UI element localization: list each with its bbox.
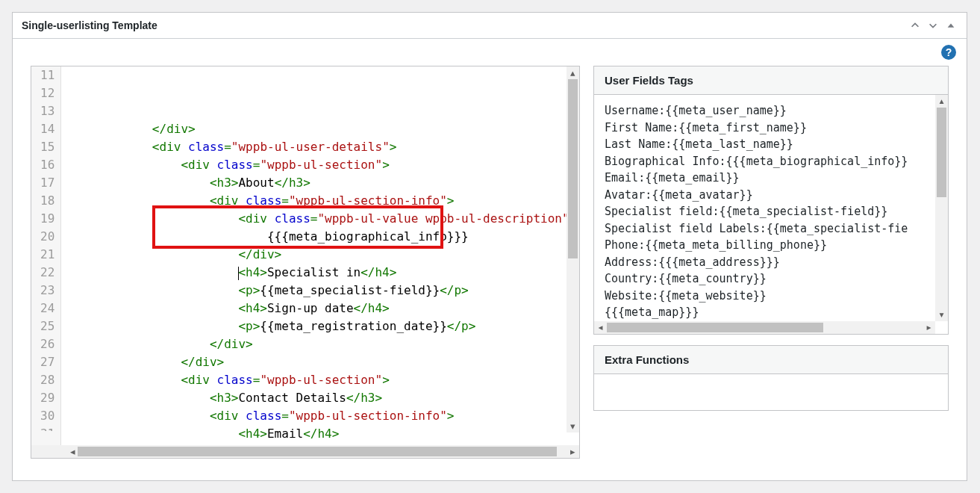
field-tag-item[interactable]: Specialist field Labels:{{meta_specialis… [605, 220, 948, 238]
extra-functions-box: Extra Functions [593, 345, 949, 411]
extra-functions-title: Extra Functions [594, 346, 948, 374]
editor-inner: 1112131415161718192021222324252627282930… [31, 66, 579, 445]
line-number: 19 [40, 210, 54, 228]
line-gutter: 1112131415161718192021222324252627282930… [31, 66, 61, 445]
scroll-down-arrow[interactable]: ▾ [567, 420, 579, 432]
line-number: 24 [40, 300, 54, 317]
sidebar: User Fields Tags Username:{{meta_user_na… [593, 66, 949, 459]
vscroll-thumb[interactable] [937, 108, 946, 197]
code-line[interactable]: </div> [66, 120, 579, 138]
field-tag-item[interactable]: Email:{{meta_email}} [605, 170, 948, 187]
panel-body: ? 11121314151617181920212223242526272829… [13, 39, 967, 477]
code-line[interactable]: <p>{{meta_registration_date}}</p> [66, 317, 579, 335]
line-number: 14 [40, 120, 54, 138]
move-up-icon[interactable] [908, 19, 922, 32]
scroll-right-arrow[interactable]: ▸ [923, 321, 935, 334]
code-line[interactable]: <div class="wppb-ul-section-info"> [66, 407, 579, 425]
code-line[interactable]: <div class="wppb-ul-value wppb-ul-descri… [66, 210, 579, 228]
panel-header-actions [908, 19, 958, 32]
editor-scroll: 1112131415161718192021222324252627282930… [31, 66, 579, 445]
field-tag-item[interactable]: Specialist field:{{meta_specialist-field… [605, 203, 948, 220]
panel-header: Single-userlisting Template [13, 13, 967, 39]
line-number: 13 [40, 102, 54, 120]
line-number: 29 [40, 389, 54, 407]
line-number: 30 [40, 407, 54, 425]
collapse-icon[interactable] [944, 19, 958, 32]
line-number: 26 [40, 335, 54, 353]
code-line[interactable]: <h3>About</h3> [66, 174, 579, 192]
user-fields-title: User Fields Tags [594, 66, 948, 95]
field-tag-item[interactable]: First Name:{{meta_first_name}} [605, 120, 948, 137]
scroll-up-arrow[interactable]: ▴ [567, 66, 579, 79]
line-number: 27 [40, 353, 54, 371]
line-number: 16 [40, 156, 54, 174]
field-tag-item[interactable]: Phone:{{meta_meta_billing_phone}} [605, 237, 948, 254]
code-line[interactable]: {{{meta_biographical_info}}} [66, 228, 579, 246]
field-tag-item[interactable]: Username:{{meta_user_name}} [605, 102, 948, 120]
code-line[interactable]: <h3>Contact Details</h3> [66, 389, 579, 407]
code-line[interactable]: <h4>Sign-up date</h4> [66, 300, 579, 317]
line-number: 17 [40, 174, 54, 192]
content-row: 1112131415161718192021222324252627282930… [13, 39, 967, 477]
field-tag-item[interactable]: Avatar:{{meta_avatar}} [605, 187, 948, 204]
code-line[interactable]: <h4>Email</h4> [66, 425, 579, 443]
code-line[interactable]: <div class="wppb-ul-section"> [66, 371, 579, 389]
help-icon[interactable]: ? [941, 45, 956, 60]
hscroll-thumb[interactable] [78, 447, 557, 456]
line-number: 15 [40, 138, 54, 156]
line-number: 25 [40, 317, 54, 335]
scroll-right-arrow[interactable]: ▸ [567, 445, 579, 458]
extra-functions-body [594, 374, 948, 410]
line-number: 28 [40, 371, 54, 389]
user-fields-list[interactable]: Username:{{meta_user_name}}First Name:{{… [594, 95, 948, 334]
code-line[interactable]: <h4>Specialist in</h4> [66, 264, 579, 282]
line-number: 12 [40, 84, 54, 102]
code-line[interactable]: <div class="wppb-ul-user-details"> [66, 138, 579, 156]
hscroll-thumb[interactable] [607, 323, 823, 332]
field-tag-item[interactable]: Website:{{meta_website}} [605, 288, 948, 305]
code-line[interactable]: </div> [66, 353, 579, 371]
sidebar-hscrollbar[interactable]: ◂ ▸ [594, 321, 935, 334]
code-line[interactable]: <div class="wppb-ul-section-info"> [66, 192, 579, 210]
field-tag-item[interactable]: Address:{{{meta_address}}} [605, 254, 948, 271]
code-line[interactable]: <div class="wppb-ul-section"> [66, 156, 579, 174]
code-area[interactable]: </div> <div class="wppb-ul-user-details"… [61, 66, 579, 445]
line-number: 23 [40, 282, 54, 300]
panel-title: Single-userlisting Template [22, 19, 157, 31]
line-number: 18 [40, 192, 54, 210]
line-number: 11 [40, 66, 54, 84]
code-line[interactable]: <p>{{meta_specialist-field}}</p> [66, 282, 579, 300]
template-panel: Single-userlisting Template ? 1112131415… [12, 12, 967, 481]
field-tag-item[interactable]: {{{meta_map}}} [605, 304, 948, 321]
move-down-icon[interactable] [926, 19, 940, 32]
code-editor[interactable]: 1112131415161718192021222324252627282930… [31, 66, 580, 459]
code-line[interactable]: </div> [66, 335, 579, 353]
editor-hscrollbar[interactable]: ◂ ▸ [31, 445, 579, 458]
scroll-down-arrow[interactable]: ▾ [935, 308, 948, 321]
line-number: 22 [40, 264, 54, 282]
code-line[interactable]: </div> [66, 246, 579, 264]
scroll-left-arrow[interactable]: ◂ [594, 321, 607, 334]
vscroll-thumb[interactable] [568, 79, 578, 258]
field-tag-item[interactable]: Biographical Info:{{{meta_biographical_i… [605, 153, 948, 170]
sidebar-vscrollbar[interactable]: ▴ ▾ [935, 95, 948, 321]
editor-vscrollbar[interactable]: ▴ ▾ [567, 66, 579, 432]
scroll-up-arrow[interactable]: ▴ [935, 95, 948, 108]
field-tag-item[interactable]: Country:{{meta_country}} [605, 270, 948, 288]
field-tag-item[interactable]: Last Name:{{meta_last_name}} [605, 136, 948, 153]
line-number: 21 [40, 246, 54, 264]
user-fields-box: User Fields Tags Username:{{meta_user_na… [593, 66, 949, 335]
line-number: 20 [40, 228, 54, 246]
